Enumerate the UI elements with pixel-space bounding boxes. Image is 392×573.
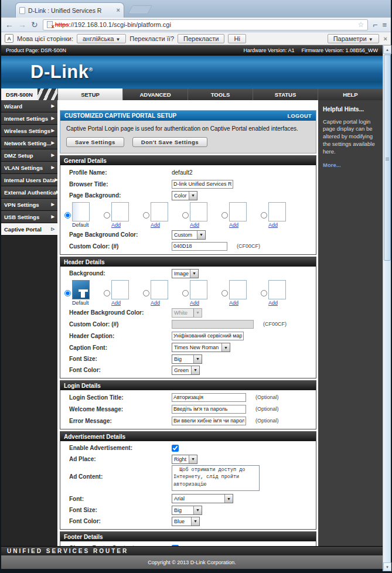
- ad-font-size-select[interactable]: Big▼: [172, 506, 202, 515]
- add-image-link[interactable]: Add: [229, 300, 247, 306]
- field-label: Caption Font:: [60, 345, 172, 351]
- page-bg-radio[interactable]: [182, 212, 189, 219]
- change-footer-content-checkbox[interactable]: [172, 545, 179, 547]
- header-bg-radio[interactable]: [143, 290, 149, 296]
- field-label: Header Background Color:: [60, 309, 172, 316]
- helpful-hints-panel: Helpful Hints... Captive portal login pa…: [318, 100, 383, 546]
- address-bar[interactable]: x https://192.168.10.1/scgi-bin/platform…: [43, 19, 368, 30]
- tab-advanced[interactable]: ADVANCED: [122, 88, 188, 100]
- ad-content-textarea[interactable]: Щоб отримати доступ до Інтернету, слід п…: [172, 465, 260, 491]
- add-image-link[interactable]: Add: [229, 222, 247, 228]
- add-image-link[interactable]: Add: [111, 222, 129, 228]
- page-bg-radio[interactable]: [221, 212, 228, 219]
- chevron-down-icon: ▼: [191, 366, 199, 374]
- tab-close-icon[interactable]: ×: [117, 7, 120, 13]
- translate-language-select[interactable]: англійська ▼: [77, 34, 126, 43]
- logout-link[interactable]: LOGOUT: [288, 113, 312, 119]
- page-background-select[interactable]: Color▼: [172, 191, 197, 200]
- chevron-down-icon: ▼: [193, 355, 202, 363]
- header-bg-radio[interactable]: [104, 290, 110, 296]
- tab-tools[interactable]: TOOLS: [188, 88, 253, 100]
- translate-no-button[interactable]: Ні: [228, 34, 246, 43]
- sidebar-item-dmz-setup[interactable]: DMZ Setup▶: [1, 149, 57, 162]
- insecure-page-icon[interactable]: x: [47, 21, 53, 28]
- field-label: Font Color:: [60, 518, 172, 524]
- header-caption-input[interactable]: [172, 332, 244, 340]
- enable-advertisement-checkbox[interactable]: [172, 445, 179, 452]
- error-message-input[interactable]: [172, 417, 246, 425]
- sidebar-item-network-setting[interactable]: Network Setting...▶: [1, 137, 57, 149]
- chevron-down-icon: ▼: [190, 270, 198, 278]
- translate-button[interactable]: Перекласти: [178, 34, 224, 43]
- add-image-link[interactable]: Add: [151, 222, 168, 228]
- ad-place-select[interactable]: Right▼: [172, 455, 197, 464]
- bookmark-star-icon[interactable]: ☆: [357, 21, 364, 29]
- scrollbar-down-icon[interactable]: ▼: [383, 562, 391, 571]
- sidebar-item-vlan-settings[interactable]: VLAN Settings▶: [1, 162, 57, 174]
- page-bg-radio[interactable]: [261, 212, 267, 219]
- header-font-size-select[interactable]: Big▼: [172, 354, 202, 364]
- ad-font-select[interactable]: Arial▼: [172, 494, 233, 503]
- welcome-message-input[interactable]: [172, 405, 246, 414]
- header-background-select[interactable]: Image▼: [172, 269, 199, 278]
- page-bg-radio[interactable]: [104, 212, 110, 219]
- sidebar-item-wireless-settings[interactable]: Wireless Settings▶: [1, 125, 57, 137]
- translate-close-icon[interactable]: ×: [384, 35, 387, 42]
- caption-font-select[interactable]: Times New Roman▼: [172, 343, 230, 352]
- dlink-logo: D-Link®: [30, 62, 93, 83]
- scrollbar-up-icon[interactable]: ▲: [383, 45, 391, 54]
- page-actions-icon[interactable]: ⌐: [373, 21, 377, 29]
- page-background-color-select[interactable]: Custom▼: [172, 230, 206, 240]
- custom-color-input[interactable]: [172, 242, 227, 251]
- login-section-title-input[interactable]: [172, 393, 246, 402]
- add-image-link[interactable]: Add: [268, 300, 286, 306]
- field-label: Error Message:: [60, 418, 172, 424]
- scrollbar-thumb[interactable]: [384, 54, 391, 261]
- header-bg-radio[interactable]: [182, 290, 189, 296]
- sidebar-item-internet-settings[interactable]: Internet Settings▶: [1, 112, 57, 125]
- add-image-link[interactable]: Add: [190, 222, 207, 228]
- add-image-link[interactable]: Add: [190, 300, 207, 306]
- header-bg-default-radio[interactable]: [64, 290, 71, 296]
- browser-title-input[interactable]: [172, 180, 233, 189]
- field-label: Login Section Title:: [60, 394, 172, 401]
- page-bg-empty-thumbnail: [111, 202, 129, 221]
- back-button[interactable]: ←: [5, 21, 13, 29]
- add-image-link[interactable]: Add: [151, 300, 168, 306]
- section-title: Header Details: [60, 257, 316, 267]
- tab-setup[interactable]: SETUP: [57, 88, 122, 100]
- dont-save-settings-button[interactable]: Don't Save Settings: [132, 137, 207, 147]
- page-bg-radio[interactable]: [143, 212, 149, 219]
- firmware-version: Firmware Version: 1.08B56_WW: [301, 47, 378, 53]
- add-image-link[interactable]: Add: [111, 300, 129, 306]
- sidebar-item-wizard[interactable]: Wizard▶: [1, 100, 57, 112]
- hints-more-link[interactable]: More...: [323, 162, 378, 169]
- new-tab-button[interactable]: [128, 5, 152, 14]
- sidebar-item-usb-settings[interactable]: USB Settings▶: [1, 211, 57, 223]
- browser-tab[interactable]: D-Link : Unified Services R ×: [15, 2, 124, 18]
- tab-help[interactable]: HELP: [318, 88, 383, 100]
- advertisement-details-section: Advertisement Details Enable Advertiseme…: [60, 431, 316, 530]
- forward-button[interactable]: →: [18, 21, 26, 29]
- sidebar-item-vpn-settings[interactable]: VPN Settings▶: [1, 199, 57, 211]
- page-scrollbar[interactable]: ▲ ▼: [383, 45, 391, 571]
- scrollbar-grip: [386, 158, 389, 161]
- sidebar-item-external-authentication[interactable]: External Authentica▶: [1, 186, 57, 199]
- reload-button[interactable]: ↻: [31, 21, 38, 29]
- sidebar-item-internal-users-data[interactable]: Internal Users Data▶: [1, 174, 57, 186]
- header-font-color-select[interactable]: Green▼: [172, 366, 200, 375]
- sidebar-item-captive-portal[interactable]: Captive Portal▷: [1, 223, 57, 236]
- add-image-link[interactable]: Add: [268, 222, 286, 228]
- chevron-right-icon: ▷: [52, 227, 54, 231]
- translate-label: Мова цієї сторінки:: [17, 35, 73, 42]
- header-bg-radio[interactable]: [221, 290, 228, 296]
- page-bg-default-radio[interactable]: [64, 212, 71, 219]
- header-custom-color-input: [172, 320, 254, 329]
- browser-menu-icon[interactable]: ≡: [382, 21, 387, 29]
- header-bg-radio[interactable]: [261, 290, 267, 296]
- ad-font-color-select[interactable]: Blue▼: [172, 517, 200, 526]
- translate-options-button[interactable]: Параметри ▼: [328, 34, 379, 43]
- stripes-decoration: [38, 88, 57, 100]
- tab-status[interactable]: STATUS: [253, 88, 318, 100]
- save-settings-button[interactable]: Save Settings: [66, 137, 124, 147]
